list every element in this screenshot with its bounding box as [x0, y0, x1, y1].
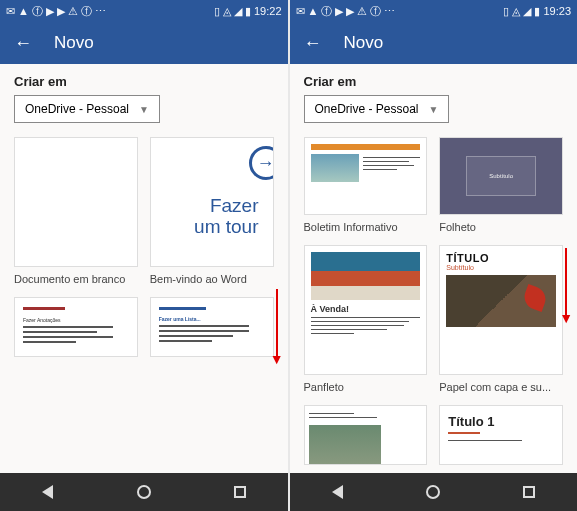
cover-thumbnail: TÍTULO Subtítulo — [439, 245, 563, 375]
template-newsletter[interactable]: Boletim Informativo — [304, 137, 428, 233]
more-icon: ⋯ — [95, 5, 106, 18]
person-icon: ▲ — [18, 5, 29, 17]
arrow-right-icon: → — [249, 146, 274, 180]
blank-thumbnail — [14, 137, 138, 267]
scroll-down-annotation: ▼ — [559, 248, 573, 322]
dropdown-value: OneDrive - Pessoal — [25, 102, 129, 116]
template-notes[interactable]: Fazer Anotações — [14, 297, 138, 357]
warning-icon: ⚠ — [357, 5, 367, 18]
title1-thumbnail: Título 1 — [439, 405, 563, 465]
template-brochure[interactable]: Subtítulo Folheto — [439, 137, 563, 233]
tour-thumbnail: → Fazer um tour — [150, 137, 274, 267]
list-thumbnail: Fazer uma Lista... — [150, 297, 274, 357]
signal-icon: ◢ — [234, 5, 242, 18]
page-title: Novo — [54, 33, 94, 53]
template-flyer[interactable]: À Venda! Panfleto — [304, 245, 428, 393]
android-nav-bar — [290, 473, 578, 511]
status-icons-left: ✉ ▲ ⓕ ▶ ▶ ⚠ ⓕ ⋯ — [6, 4, 106, 19]
status-icons-left: ✉ ▲ ⓕ ▶ ▶ ⚠ ⓕ ⋯ — [296, 4, 396, 19]
battery-icon: ▮ — [245, 5, 251, 18]
status-icons-right: ▯ ◬ ◢ ▮ 19:23 — [503, 5, 571, 18]
vibrate-icon: ▯ — [503, 5, 509, 18]
template-label: Boletim Informativo — [304, 221, 428, 233]
scroll-down-annotation: ▼ — [270, 289, 284, 363]
extra-thumbnail — [304, 405, 428, 465]
brochure-thumbnail: Subtítulo — [439, 137, 563, 215]
facebook-icon: ⓕ — [370, 4, 381, 19]
chevron-down-icon: ▼ — [429, 104, 439, 115]
youtube-icon: ▶ — [57, 5, 65, 18]
facebook-icon: ⓕ — [81, 4, 92, 19]
content-area: Criar em OneDrive - Pessoal ▼ Documento … — [0, 64, 288, 473]
nav-back-icon[interactable] — [39, 483, 57, 501]
app-bar: ← Novo — [290, 22, 578, 64]
template-label: Folheto — [439, 221, 563, 233]
content-area: Criar em OneDrive - Pessoal ▼ — [290, 64, 578, 473]
warning-icon: ⚠ — [68, 5, 78, 18]
location-dropdown[interactable]: OneDrive - Pessoal ▼ — [14, 95, 160, 123]
template-list[interactable]: Fazer uma Lista... — [150, 297, 274, 357]
nav-home-icon[interactable] — [424, 483, 442, 501]
template-label: Papel com capa e su... — [439, 381, 563, 393]
newsletter-thumbnail — [304, 137, 428, 215]
facebook-icon: ⓕ — [321, 4, 332, 19]
template-label: Panfleto — [304, 381, 428, 393]
template-grid: Boletim Informativo Subtítulo Folheto À … — [304, 137, 564, 465]
youtube-icon: ▶ — [335, 5, 343, 18]
location-dropdown[interactable]: OneDrive - Pessoal ▼ — [304, 95, 450, 123]
template-grid: Documento em branco → Fazer um tour Bem-… — [14, 137, 274, 357]
wifi-icon: ◬ — [512, 5, 520, 18]
create-in-label: Criar em — [14, 74, 274, 89]
dropdown-value: OneDrive - Pessoal — [315, 102, 419, 116]
status-bar: ✉ ▲ ⓕ ▶ ▶ ⚠ ⓕ ⋯ ▯ ◬ ◢ ▮ 19:23 — [290, 0, 578, 22]
app-bar: ← Novo — [0, 22, 288, 64]
chevron-down-icon: ▼ — [139, 104, 149, 115]
signal-icon: ◢ — [523, 5, 531, 18]
more-icon: ⋯ — [384, 5, 395, 18]
youtube-icon: ▶ — [346, 5, 354, 18]
template-blank-document[interactable]: Documento em branco — [14, 137, 138, 285]
template-welcome-tour[interactable]: → Fazer um tour Bem-vindo ao Word — [150, 137, 274, 285]
status-icons-right: ▯ ◬ ◢ ▮ 19:22 — [214, 5, 282, 18]
person-icon: ▲ — [308, 5, 319, 17]
page-title: Novo — [344, 33, 384, 53]
right-screenshot: ✉ ▲ ⓕ ▶ ▶ ⚠ ⓕ ⋯ ▯ ◬ ◢ ▮ 19:23 ← Novo Cri… — [290, 0, 578, 511]
nav-recent-icon[interactable] — [231, 483, 249, 501]
vibrate-icon: ▯ — [214, 5, 220, 18]
back-icon[interactable]: ← — [14, 33, 32, 54]
mail-icon: ✉ — [296, 5, 305, 18]
wifi-icon: ◬ — [223, 5, 231, 18]
clock: 19:23 — [543, 5, 571, 17]
template-label: Documento em branco — [14, 273, 138, 285]
status-bar: ✉ ▲ ⓕ ▶ ▶ ⚠ ⓕ ⋯ ▯ ◬ ◢ ▮ 19:22 — [0, 0, 288, 22]
template-extra-2[interactable]: Título 1 — [439, 405, 563, 465]
template-cover-paper[interactable]: TÍTULO Subtítulo Papel com capa e su... — [439, 245, 563, 393]
clock: 19:22 — [254, 5, 282, 17]
mail-icon: ✉ — [6, 5, 15, 18]
flyer-thumbnail: À Venda! — [304, 245, 428, 375]
nav-recent-icon[interactable] — [520, 483, 538, 501]
battery-icon: ▮ — [534, 5, 540, 18]
notes-thumbnail: Fazer Anotações — [14, 297, 138, 357]
left-screenshot: ✉ ▲ ⓕ ▶ ▶ ⚠ ⓕ ⋯ ▯ ◬ ◢ ▮ 19:22 ← Novo Cri… — [0, 0, 288, 511]
nav-back-icon[interactable] — [328, 483, 346, 501]
template-extra-1[interactable] — [304, 405, 428, 465]
android-nav-bar — [0, 473, 288, 511]
youtube-icon: ▶ — [46, 5, 54, 18]
create-in-label: Criar em — [304, 74, 564, 89]
facebook-icon: ⓕ — [32, 4, 43, 19]
nav-home-icon[interactable] — [135, 483, 153, 501]
template-label: Bem-vindo ao Word — [150, 273, 274, 285]
back-icon[interactable]: ← — [304, 33, 322, 54]
tour-text: Fazer um tour — [194, 196, 258, 238]
